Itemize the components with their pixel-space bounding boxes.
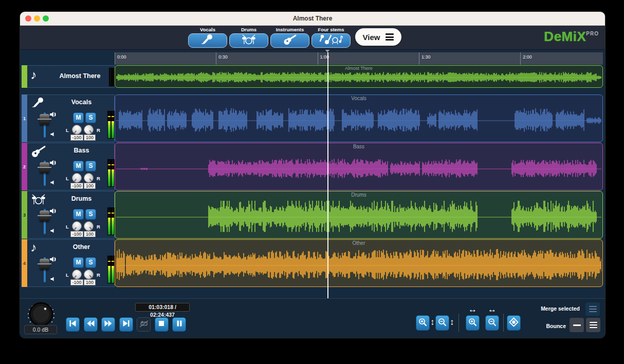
pan-right-value[interactable]: 100	[84, 183, 96, 189]
drum-kit-icon	[30, 193, 47, 208]
track-color-stripe	[22, 65, 27, 88]
track-color-stripe: 2	[22, 143, 27, 190]
pause-icon	[176, 320, 183, 329]
level-meter	[107, 207, 115, 235]
ruler-tick: 1:30	[419, 52, 431, 65]
pan-right-label: R	[97, 127, 100, 133]
stem-label: Four stems	[311, 27, 351, 32]
volume-fader[interactable]	[40, 259, 49, 270]
track-name: Vocals	[51, 99, 112, 106]
waveform	[116, 246, 601, 285]
track-name: Bass	[51, 147, 112, 154]
stop-icon	[158, 320, 165, 329]
audio-clip-vocals[interactable]: Vocals	[115, 94, 603, 142]
pan-left-label: L	[66, 272, 69, 278]
transport-buttons	[66, 317, 186, 332]
mute-button[interactable]: M	[73, 161, 84, 171]
speaker-quiet-icon	[50, 226, 55, 235]
vertical-resize-arrow-icon[interactable]: ↕	[430, 317, 435, 328]
level-meter	[107, 159, 115, 187]
solo-button[interactable]: S	[85, 112, 96, 123]
track-row-bass: 2 Bass M S L R -100 100 Bass	[20, 143, 605, 190]
pan-left-value[interactable]: -100	[70, 183, 83, 189]
track-row-vocals: 1 Vocals M S L R -100 100 Vocals	[20, 94, 605, 142]
volume-fader[interactable]	[40, 162, 49, 173]
music-note-icon: ♪	[30, 241, 36, 254]
volume-value: 0.0 dB	[24, 325, 57, 334]
ruler-tick: 0:30	[216, 52, 228, 65]
time-ruler[interactable]: 0:000:301:001:302:00	[115, 52, 603, 65]
solo-button[interactable]: S	[85, 161, 96, 171]
mute-button[interactable]: M	[73, 209, 84, 220]
ruler-tick: 2:00	[520, 52, 532, 65]
playhead-line	[327, 52, 328, 298]
toolbar: Vocals Drums Instruments	[20, 26, 605, 50]
drum-kit-icon	[241, 34, 256, 47]
guitar-icon	[282, 34, 298, 47]
track-header-master: ♪ Almost There	[22, 65, 115, 88]
speaker-quiet-icon	[50, 129, 55, 139]
zoom-in-vertical-button[interactable]	[416, 315, 430, 331]
skip-to-start-button[interactable]	[66, 317, 80, 332]
pan-right-label: R	[97, 176, 100, 181]
merge-selected-button[interactable]	[585, 302, 600, 316]
instruments-stem-button[interactable]	[270, 33, 309, 48]
loop-icon	[139, 320, 149, 330]
fast-forward-icon	[104, 320, 112, 329]
loop-button[interactable]	[137, 317, 151, 332]
pan-right-value[interactable]: 100	[84, 279, 96, 285]
audio-clip-master[interactable]: Almost There	[115, 65, 603, 88]
solo-button[interactable]: S	[85, 209, 96, 220]
pan-right-value[interactable]: 100	[84, 135, 96, 141]
hamburger-menu-icon	[590, 322, 597, 329]
zoom-in-icon	[418, 318, 427, 329]
pause-button[interactable]	[172, 317, 186, 332]
track-color-stripe: 4	[22, 239, 27, 287]
audio-clip-bass[interactable]: Bass	[115, 143, 603, 190]
clip-label: Other	[115, 240, 602, 246]
track-header-bass: 2 Bass M S L R -100 100	[22, 143, 115, 190]
track-row-master: ♪ Almost There Almost There	[20, 65, 605, 88]
volume-fader[interactable]	[40, 210, 49, 221]
zoom-in-horizontal-button[interactable]	[466, 315, 480, 331]
mute-button[interactable]: M	[73, 257, 84, 268]
logo-text: DeMiX	[544, 29, 586, 44]
track-header-other: 4 ♪ Other M S L R -100 100	[22, 239, 115, 287]
vocals-stem-button[interactable]	[188, 33, 227, 48]
rewind-button[interactable]	[84, 317, 98, 332]
solo-button[interactable]: S	[85, 257, 96, 268]
skip-to-end-button[interactable]	[119, 317, 133, 332]
pan-left-value[interactable]: -100	[70, 279, 83, 285]
bounce-menu-button[interactable]	[586, 318, 600, 332]
speaker-quiet-icon	[50, 178, 55, 187]
bounce-minus-button[interactable]	[570, 318, 584, 332]
four-stems-button[interactable]	[311, 33, 351, 48]
track-header-vocals: 1 Vocals M S L R -100 100	[22, 94, 115, 142]
track-color-stripe: 3	[22, 191, 27, 239]
audio-clip-other[interactable]: Other	[115, 239, 603, 287]
mute-button[interactable]: M	[73, 112, 84, 123]
zoom-out-vertical-button[interactable]	[435, 315, 449, 331]
four-stems-icon	[319, 33, 343, 48]
pan-left-label: L	[66, 127, 69, 133]
guitar-icon	[30, 145, 47, 160]
level-meter	[107, 111, 115, 139]
hamburger-menu-icon	[386, 33, 394, 41]
view-button[interactable]: View	[355, 28, 401, 46]
logo-badge: PRO	[586, 31, 599, 36]
pan-left-value[interactable]: -100	[70, 231, 83, 237]
pan-right-value[interactable]: 100	[84, 231, 96, 237]
horizontal-resize-arrow-icon[interactable]: ↔	[466, 304, 480, 315]
microphone-icon	[30, 97, 46, 112]
fast-forward-button[interactable]	[101, 317, 115, 332]
vertical-resize-arrow-icon[interactable]: ↕	[450, 317, 454, 328]
pan-left-value[interactable]: -100	[70, 135, 83, 141]
volume-fader[interactable]	[40, 114, 49, 125]
stop-button[interactable]	[155, 317, 169, 332]
drums-stem-button[interactable]	[229, 33, 268, 48]
window-title: Almost There	[20, 15, 605, 22]
audio-clip-drums[interactable]: Drums	[115, 191, 603, 239]
horizontal-resize-arrow-icon[interactable]: ↔	[485, 304, 499, 315]
clip-label: Drums	[115, 192, 602, 198]
zoom-out-icon	[438, 318, 447, 329]
